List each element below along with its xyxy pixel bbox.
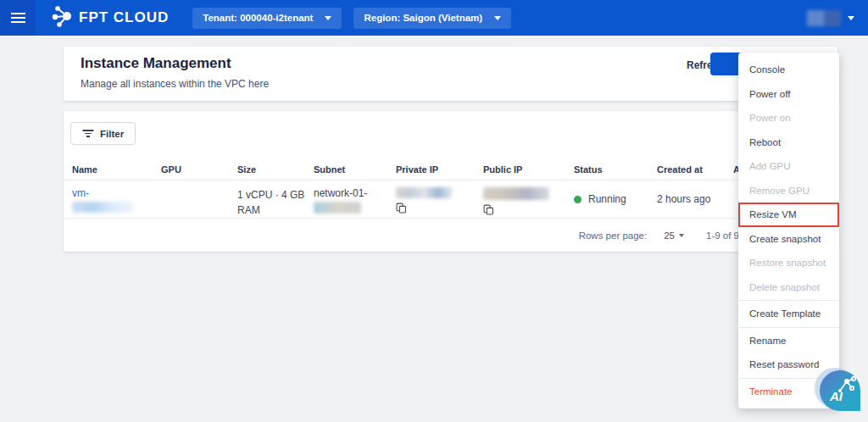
table-header-row: Name GPU Size Subnet Private IP Public I… xyxy=(64,160,837,175)
region-dropdown[interactable]: Region: Saigon (Vietnam) xyxy=(353,8,511,29)
menu-item-create-template[interactable]: Create Template xyxy=(738,302,839,326)
vm-actions-context-menu: Console Power off Power on Reboot Add GP… xyxy=(738,53,839,408)
pagination-range: 1-9 of 9 xyxy=(706,230,739,241)
page-header-card: Instance Management Manage all instances… xyxy=(64,47,837,101)
region-dropdown-label: Region: Saigon (Vietnam) xyxy=(364,13,482,23)
menu-item-remove-gpu: Remove GPU xyxy=(738,179,839,203)
cell-gpu xyxy=(161,180,237,187)
column-header-size[interactable]: Size xyxy=(237,160,314,175)
column-header-public-ip[interactable]: Public IP xyxy=(483,160,574,175)
ai-label: AI xyxy=(829,389,843,403)
copy-public-ip-button[interactable] xyxy=(483,203,494,219)
copy-private-ip-button[interactable] xyxy=(396,202,407,217)
column-header-private-ip[interactable]: Private IP xyxy=(396,160,483,175)
user-account-dropdown[interactable] xyxy=(807,10,854,26)
menu-item-power-off[interactable]: Power off xyxy=(738,82,839,107)
menu-divider xyxy=(738,327,839,328)
chevron-down-icon xyxy=(325,16,331,20)
hamburger-menu-icon[interactable] xyxy=(0,0,36,36)
menu-item-rename[interactable]: Rename xyxy=(738,329,839,353)
menu-item-resize-vm[interactable]: Resize VM xyxy=(738,203,839,227)
column-header-created-at[interactable]: Created at xyxy=(657,160,733,175)
copy-icon xyxy=(483,203,494,216)
column-header-status[interactable]: Status xyxy=(574,160,657,175)
table-row: vm- 1 vCPU · 4 GB RAM network-01- xyxy=(64,180,837,219)
user-name-redacted xyxy=(807,10,841,26)
menu-item-reboot[interactable]: Reboot xyxy=(738,130,839,155)
tenant-dropdown-label: Tenant: 000040-i2tenant xyxy=(203,13,313,23)
filter-icon xyxy=(82,130,93,137)
cell-private-ip xyxy=(396,180,483,217)
cell-size: 1 vCPU · 4 GB RAM xyxy=(237,180,312,218)
chevron-down-icon xyxy=(494,16,501,20)
cell-name: vm- xyxy=(72,180,161,213)
ai-molecule-icon: AI xyxy=(821,372,859,409)
menu-item-power-on: Power on xyxy=(738,106,839,130)
public-ip-redacted xyxy=(483,187,549,200)
menu-divider xyxy=(738,300,839,301)
page-subtitle: Manage all instances within the VPC here xyxy=(81,78,269,90)
status-badge: Running xyxy=(588,193,626,205)
page-title: Instance Management xyxy=(81,55,231,72)
status-running-dot-icon xyxy=(574,196,581,203)
filter-button[interactable]: Filter xyxy=(70,122,136,145)
brand-text: FPT CLOUD xyxy=(79,9,169,26)
ai-assistant-button[interactable]: AI xyxy=(820,370,860,411)
menu-item-delete-snapshot: Delete snapshot xyxy=(738,275,839,300)
cell-status: Running xyxy=(574,180,657,205)
rows-per-page-select[interactable]: 25 xyxy=(664,230,684,241)
column-header-gpu[interactable]: GPU xyxy=(161,160,237,175)
private-ip-redacted xyxy=(396,187,452,198)
chevron-down-icon xyxy=(679,234,684,237)
copy-icon xyxy=(396,202,407,214)
cell-public-ip xyxy=(483,180,574,219)
subnet-name: network-01- xyxy=(314,187,367,199)
chevron-down-icon xyxy=(848,16,854,20)
filter-button-label: Filter xyxy=(100,129,124,139)
column-header-subnet[interactable]: Subnet xyxy=(314,160,396,175)
vm-name-link[interactable]: vm- xyxy=(72,187,89,199)
vm-name-redacted xyxy=(72,202,133,213)
rows-per-page-value: 25 xyxy=(664,230,675,241)
brand-logo: FPT CLOUD xyxy=(51,4,169,31)
cell-subnet: network-01- xyxy=(314,180,396,214)
rows-per-page-label: Rows per page: xyxy=(579,230,648,241)
pagination-bar: Rows per page: 25 1-9 of 9 xyxy=(64,219,837,252)
topbar: FPT CLOUD Tenant: 000040-i2tenant Region… xyxy=(0,0,868,36)
fpt-cloud-molecule-icon xyxy=(51,4,73,31)
menu-item-console[interactable]: Console xyxy=(738,58,839,82)
menu-item-create-snapshot[interactable]: Create snapshot xyxy=(738,227,839,252)
menu-item-add-gpu: Add GPU xyxy=(738,154,839,179)
tenant-dropdown[interactable]: Tenant: 000040-i2tenant xyxy=(192,8,342,29)
cell-created-at: 2 hours ago xyxy=(657,180,733,205)
column-header-name[interactable]: Name xyxy=(72,160,161,175)
menu-item-restore-snapshot: Restore snapshot xyxy=(738,251,839,275)
subnet-redacted xyxy=(314,202,361,214)
instances-table-card: Filter Name GPU Size Subnet Private IP P… xyxy=(64,111,837,252)
